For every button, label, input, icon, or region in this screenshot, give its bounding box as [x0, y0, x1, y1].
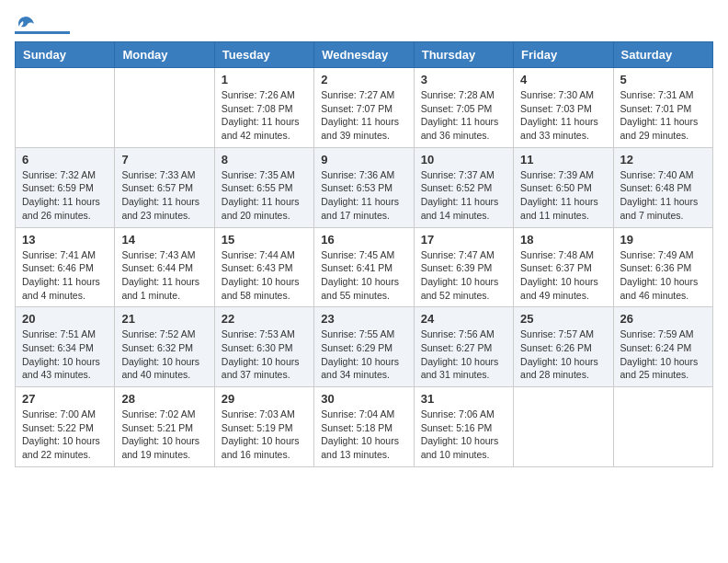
cell-info: Sunrise: 7:37 AM Sunset: 6:52 PM Dayligh…	[421, 168, 506, 223]
cell-day-number: 11	[520, 153, 606, 167]
cell-info: Sunrise: 7:33 AM Sunset: 6:57 PM Dayligh…	[121, 168, 207, 223]
cell-info: Sunrise: 7:47 AM Sunset: 6:39 PM Dayligh…	[421, 248, 506, 303]
calendar-table: SundayMondayTuesdayWednesdayThursdayFrid…	[15, 41, 713, 467]
cell-info: Sunrise: 7:40 AM Sunset: 6:48 PM Dayligh…	[620, 168, 706, 223]
calendar-cell: 28Sunrise: 7:02 AM Sunset: 5:21 PM Dayli…	[115, 387, 214, 467]
calendar-cell: 19Sunrise: 7:49 AM Sunset: 6:36 PM Dayli…	[613, 227, 712, 307]
calendar-cell: 3Sunrise: 7:28 AM Sunset: 7:05 PM Daylig…	[414, 68, 513, 148]
cell-day-number: 22	[222, 312, 307, 326]
weekday-header-saturday: Saturday	[613, 42, 712, 68]
cell-info: Sunrise: 7:59 AM Sunset: 6:24 PM Dayligh…	[620, 327, 706, 382]
calendar-cell: 14Sunrise: 7:43 AM Sunset: 6:44 PM Dayli…	[115, 227, 214, 307]
calendar-cell: 29Sunrise: 7:03 AM Sunset: 5:19 PM Dayli…	[214, 387, 313, 467]
calendar-cell	[514, 387, 613, 467]
calendar-cell: 25Sunrise: 7:57 AM Sunset: 6:26 PM Dayli…	[514, 307, 613, 387]
calendar-cell: 31Sunrise: 7:06 AM Sunset: 5:16 PM Dayli…	[414, 387, 513, 467]
cell-day-number: 21	[121, 312, 207, 326]
calendar-cell: 16Sunrise: 7:45 AM Sunset: 6:41 PM Dayli…	[314, 227, 414, 307]
cell-info: Sunrise: 7:55 AM Sunset: 6:29 PM Dayligh…	[321, 327, 406, 382]
cell-day-number: 27	[22, 392, 108, 406]
calendar-cell: 17Sunrise: 7:47 AM Sunset: 6:39 PM Dayli…	[414, 227, 513, 307]
calendar-week-row: 20Sunrise: 7:51 AM Sunset: 6:34 PM Dayli…	[16, 307, 713, 387]
calendar-cell: 2Sunrise: 7:27 AM Sunset: 7:07 PM Daylig…	[314, 68, 414, 148]
cell-day-number: 24	[421, 312, 506, 326]
cell-day-number: 19	[620, 233, 706, 247]
calendar-week-row: 27Sunrise: 7:00 AM Sunset: 5:22 PM Dayli…	[16, 387, 713, 467]
cell-day-number: 1	[222, 73, 307, 86]
cell-day-number: 17	[421, 233, 506, 247]
cell-info: Sunrise: 7:28 AM Sunset: 7:05 PM Dayligh…	[421, 88, 506, 143]
calendar-cell	[115, 68, 214, 148]
cell-info: Sunrise: 7:26 AM Sunset: 7:08 PM Dayligh…	[222, 88, 307, 143]
calendar-cell: 18Sunrise: 7:48 AM Sunset: 6:37 PM Dayli…	[514, 227, 613, 307]
calendar-cell: 30Sunrise: 7:04 AM Sunset: 5:18 PM Dayli…	[314, 387, 414, 467]
calendar-cell: 20Sunrise: 7:51 AM Sunset: 6:34 PM Dayli…	[16, 307, 115, 387]
calendar-cell: 8Sunrise: 7:35 AM Sunset: 6:55 PM Daylig…	[214, 147, 313, 227]
cell-day-number: 7	[121, 153, 207, 167]
weekday-header-friday: Friday	[514, 42, 613, 68]
cell-info: Sunrise: 7:30 AM Sunset: 7:03 PM Dayligh…	[520, 88, 606, 143]
cell-day-number: 4	[520, 73, 606, 86]
calendar-cell: 9Sunrise: 7:36 AM Sunset: 6:53 PM Daylig…	[314, 147, 414, 227]
cell-day-number: 31	[421, 392, 506, 406]
weekday-header-thursday: Thursday	[414, 42, 513, 68]
weekday-header-tuesday: Tuesday	[214, 42, 313, 68]
cell-day-number: 6	[22, 153, 108, 167]
cell-info: Sunrise: 7:39 AM Sunset: 6:50 PM Dayligh…	[520, 168, 606, 223]
calendar-cell: 4Sunrise: 7:30 AM Sunset: 7:03 PM Daylig…	[514, 68, 613, 148]
calendar-cell: 5Sunrise: 7:31 AM Sunset: 7:01 PM Daylig…	[613, 68, 712, 148]
calendar-cell: 12Sunrise: 7:40 AM Sunset: 6:48 PM Dayli…	[613, 147, 712, 227]
cell-info: Sunrise: 7:45 AM Sunset: 6:41 PM Dayligh…	[321, 248, 406, 303]
calendar-cell: 6Sunrise: 7:32 AM Sunset: 6:59 PM Daylig…	[16, 147, 115, 227]
cell-info: Sunrise: 7:52 AM Sunset: 6:32 PM Dayligh…	[121, 327, 207, 382]
cell-day-number: 15	[222, 233, 307, 247]
cell-day-number: 28	[121, 392, 207, 406]
cell-info: Sunrise: 7:51 AM Sunset: 6:34 PM Dayligh…	[22, 327, 108, 382]
cell-info: Sunrise: 7:49 AM Sunset: 6:36 PM Dayligh…	[620, 248, 706, 303]
calendar-week-row: 13Sunrise: 7:41 AM Sunset: 6:46 PM Dayli…	[16, 227, 713, 307]
weekday-header-row: SundayMondayTuesdayWednesdayThursdayFrid…	[16, 42, 713, 68]
cell-day-number: 10	[421, 153, 506, 167]
calendar-cell: 24Sunrise: 7:56 AM Sunset: 6:27 PM Dayli…	[414, 307, 513, 387]
calendar-cell: 10Sunrise: 7:37 AM Sunset: 6:52 PM Dayli…	[414, 147, 513, 227]
cell-day-number: 25	[520, 312, 606, 326]
cell-info: Sunrise: 7:36 AM Sunset: 6:53 PM Dayligh…	[321, 168, 406, 223]
calendar-week-row: 6Sunrise: 7:32 AM Sunset: 6:59 PM Daylig…	[16, 147, 713, 227]
calendar-cell: 27Sunrise: 7:00 AM Sunset: 5:22 PM Dayli…	[16, 387, 115, 467]
logo	[15, 15, 70, 34]
cell-day-number: 29	[222, 392, 307, 406]
cell-day-number: 5	[620, 73, 706, 86]
cell-info: Sunrise: 7:44 AM Sunset: 6:43 PM Dayligh…	[222, 248, 307, 303]
calendar-cell: 15Sunrise: 7:44 AM Sunset: 6:43 PM Dayli…	[214, 227, 313, 307]
cell-day-number: 16	[321, 233, 406, 247]
weekday-header-wednesday: Wednesday	[314, 42, 414, 68]
cell-info: Sunrise: 7:56 AM Sunset: 6:27 PM Dayligh…	[421, 327, 506, 382]
cell-day-number: 2	[321, 73, 406, 86]
calendar-cell: 26Sunrise: 7:59 AM Sunset: 6:24 PM Dayli…	[613, 307, 712, 387]
calendar-cell: 11Sunrise: 7:39 AM Sunset: 6:50 PM Dayli…	[514, 147, 613, 227]
cell-info: Sunrise: 7:35 AM Sunset: 6:55 PM Dayligh…	[222, 168, 307, 223]
cell-day-number: 18	[520, 233, 606, 247]
cell-info: Sunrise: 7:53 AM Sunset: 6:30 PM Dayligh…	[222, 327, 307, 382]
calendar-cell: 23Sunrise: 7:55 AM Sunset: 6:29 PM Dayli…	[314, 307, 414, 387]
calendar-week-row: 1Sunrise: 7:26 AM Sunset: 7:08 PM Daylig…	[16, 68, 713, 148]
cell-info: Sunrise: 7:06 AM Sunset: 5:16 PM Dayligh…	[421, 408, 506, 462]
weekday-header-sunday: Sunday	[16, 42, 115, 68]
calendar-cell: 22Sunrise: 7:53 AM Sunset: 6:30 PM Dayli…	[214, 307, 313, 387]
cell-day-number: 23	[321, 312, 406, 326]
cell-day-number: 20	[22, 312, 108, 326]
cell-info: Sunrise: 7:04 AM Sunset: 5:18 PM Dayligh…	[321, 408, 406, 462]
cell-info: Sunrise: 7:31 AM Sunset: 7:01 PM Dayligh…	[620, 88, 706, 143]
cell-info: Sunrise: 7:02 AM Sunset: 5:21 PM Dayligh…	[121, 408, 207, 462]
calendar-cell: 13Sunrise: 7:41 AM Sunset: 6:46 PM Dayli…	[16, 227, 115, 307]
cell-day-number: 26	[620, 312, 706, 326]
calendar-cell: 7Sunrise: 7:33 AM Sunset: 6:57 PM Daylig…	[115, 147, 214, 227]
cell-info: Sunrise: 7:57 AM Sunset: 6:26 PM Dayligh…	[520, 327, 606, 382]
cell-day-number: 3	[421, 73, 506, 86]
cell-day-number: 12	[620, 153, 706, 167]
cell-info: Sunrise: 7:27 AM Sunset: 7:07 PM Dayligh…	[321, 88, 406, 143]
cell-info: Sunrise: 7:48 AM Sunset: 6:37 PM Dayligh…	[520, 248, 606, 303]
cell-info: Sunrise: 7:32 AM Sunset: 6:59 PM Dayligh…	[22, 168, 108, 223]
cell-info: Sunrise: 7:03 AM Sunset: 5:19 PM Dayligh…	[222, 408, 307, 462]
page-header	[15, 15, 713, 34]
